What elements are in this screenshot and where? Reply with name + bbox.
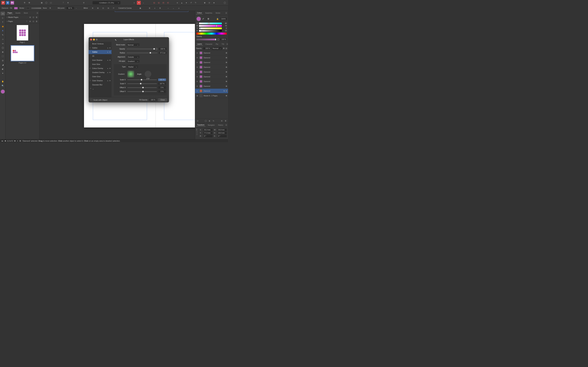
arrange-backward-icon[interactable]: ◱ [157, 1, 161, 5]
document-title[interactable]: <Untitled> (72.3%)✕ [93, 1, 121, 4]
remove-effect-icon[interactable]: ✕ [109, 80, 111, 82]
arrange-front-icon[interactable]: ◰ [166, 1, 170, 5]
tab-colour[interactable]: Colour [196, 11, 203, 14]
convert-curves-button[interactable]: Convert to Curves [117, 7, 133, 9]
adjust-icon[interactable]: ◐ [208, 119, 211, 122]
wrap-icon[interactable]: ▣ [138, 7, 142, 10]
tab-transform[interactable]: Transform [196, 124, 205, 126]
add-effect-icon[interactable]: + [107, 47, 108, 49]
remove-effect-icon[interactable]: ✕ [109, 51, 111, 53]
blend-mode-select[interactable]: Normal⌄ [212, 47, 222, 50]
fields-icon[interactable]: ≡ [132, 1, 136, 5]
effect-item[interactable]: 3D [89, 54, 112, 58]
radius-slider[interactable] [127, 53, 157, 53]
effect-item[interactable]: Outer Glow [89, 75, 112, 79]
transform-w[interactable]: 25.8 mm [217, 129, 227, 131]
add-effect-icon[interactable]: + [107, 51, 108, 53]
show-rotation-icon[interactable]: ⊞ [96, 7, 100, 10]
tab-pages[interactable]: Pages [7, 11, 13, 14]
artistic-text-tool[interactable]: A [1, 29, 5, 33]
rotate-cw-icon[interactable]: ↻ [194, 1, 198, 5]
prev-page-icon[interactable]: ◀ [4, 140, 6, 142]
effect-item[interactable]: ✓Colour Overlay+✕ [89, 66, 112, 70]
panel-menu-icon[interactable]: ☰ [226, 43, 228, 45]
k-slider[interactable] [199, 30, 222, 32]
layer-row[interactable]: ⊞Diamond [195, 60, 228, 65]
color-picker-tool[interactable]: ✦ [1, 71, 5, 75]
transparency-tool[interactable]: ◐ [1, 67, 5, 71]
tab-layers[interactable]: Layers [196, 43, 203, 46]
layer-row[interactable]: ⊞Diamondfx [195, 89, 228, 93]
offsetx-field[interactable]: 0 % [158, 86, 166, 89]
delete-master-icon[interactable]: 🗑 [35, 16, 38, 18]
mask-icon[interactable]: ◯ [204, 119, 207, 122]
tab-stock[interactable]: Stock [23, 12, 29, 14]
ungroup-icon[interactable]: ◎ [207, 1, 211, 5]
tab-textstyles[interactable]: TSt [221, 43, 225, 46]
remove-effect-icon[interactable]: ✕ [109, 72, 111, 73]
add-master-icon[interactable]: ⊞ [29, 16, 31, 18]
fillstyle-select[interactable]: Gradient⌄ [127, 60, 139, 63]
align-c-icon[interactable]: ≡ [153, 7, 156, 10]
blend-mode-select[interactable]: Normal⌄ [127, 43, 139, 46]
flip-v-icon[interactable]: ▼ [184, 1, 188, 5]
align-r-icon[interactable]: ≣ [158, 7, 162, 10]
preferences-icon[interactable]: ⚙ [23, 1, 26, 5]
offsety-field[interactable]: 0 % [158, 90, 166, 93]
scaley-field[interactable]: 167 % [158, 83, 166, 85]
opacity-slider[interactable] [196, 39, 216, 40]
opacity-link-icon[interactable]: ◯ [156, 48, 157, 50]
alignment-select[interactable]: Outside⌄ [127, 56, 139, 58]
opacity-field[interactable]: 100 % [159, 48, 167, 50]
stroke-swatch[interactable] [26, 7, 30, 9]
add-effect-icon[interactable]: + [107, 67, 108, 69]
effect-item[interactable]: Bevel / Emboss [89, 42, 112, 46]
effect-item[interactable]: Inner Shadow+✕ [89, 58, 112, 62]
layer-row[interactable]: ⊞Diamond [195, 79, 228, 84]
add-page-icon[interactable]: ⊞ [29, 20, 31, 23]
chevron-down-icon[interactable]: ▾ [7, 21, 8, 22]
opacity-slider[interactable] [127, 49, 154, 49]
effect-item[interactable]: Inner Glow [89, 62, 112, 66]
layer-opacity-value[interactable]: 100 % [203, 47, 211, 50]
preflight-icon[interactable]: ✦ [137, 1, 141, 5]
add-layer-icon[interactable]: ⊞ [220, 119, 223, 122]
move-down-icon[interactable]: ⌄ [92, 88, 94, 90]
layer-row[interactable]: ⊞Diamond [195, 55, 228, 60]
ellipse-tool[interactable]: ◯ [1, 46, 5, 50]
scalex-slider[interactable] [127, 79, 157, 80]
angle-dial[interactable]: 270° [145, 71, 151, 77]
effect-item[interactable]: Gradient Overlay+✕ [89, 70, 112, 75]
chevron-right-icon[interactable]: ▸ [7, 17, 8, 18]
layer-gear-icon[interactable]: ⚙ [223, 47, 225, 50]
tab-stroke[interactable]: Stroke [215, 12, 221, 14]
opacity-value[interactable]: 100 % [220, 38, 227, 41]
master-layer-row[interactable]: ▦Master A - 2 Pages [195, 93, 228, 98]
account-icon[interactable]: ◯ [223, 1, 227, 5]
close-button[interactable]: Close [158, 98, 167, 101]
zoom-tool[interactable]: 🔍 [1, 84, 5, 87]
move-tool[interactable]: ▭ [1, 12, 5, 15]
arrange-forward-icon[interactable]: ◰ [161, 1, 165, 5]
align-t-icon[interactable]: ⫟ [166, 7, 170, 10]
align-left-icon[interactable]: ⫷ [175, 1, 179, 5]
transform-origin-icon[interactable]: ⊕ [91, 7, 95, 10]
gradient-type-select[interactable]: Radial⌄ [127, 65, 138, 68]
sections-icon[interactable]: ▤ [19, 140, 21, 142]
place-image-tool[interactable]: ⛶ [1, 54, 5, 58]
fill-swatch[interactable] [14, 7, 18, 9]
chevron-down-icon[interactable]: ⌄ [141, 1, 145, 5]
eyedropper-icon[interactable]: ✐ [202, 17, 204, 20]
arrange-back-icon[interactable]: ◱ [152, 1, 156, 5]
anchor-grid[interactable] [196, 129, 198, 135]
remove-effect-icon[interactable]: ✕ [109, 59, 111, 61]
transform-x[interactable]: 35.3 mm [203, 129, 213, 131]
layer-sync-icon[interactable]: ⊡ [225, 47, 227, 50]
designer-persona-icon[interactable]: D [6, 1, 9, 5]
flip-h-icon[interactable]: ▲ [180, 1, 184, 5]
scalex-field[interactable]: 181 % [158, 78, 166, 81]
minimize-window-icon[interactable] [93, 39, 95, 41]
shape-tool[interactable]: ◇ [1, 37, 5, 41]
page-options-icon[interactable]: ⊺ [26, 20, 28, 23]
layers-icon[interactable]: ◈ [212, 1, 216, 5]
